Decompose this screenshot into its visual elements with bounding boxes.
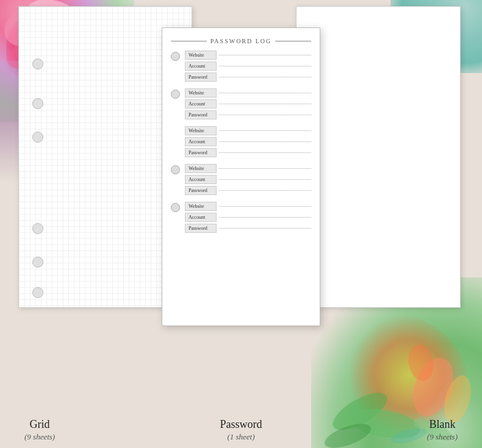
password-entry-3: Website Account Password <box>171 126 311 159</box>
password-entry-1: Website Account Password <box>171 51 311 84</box>
field-row-website-5: Website <box>185 202 311 211</box>
field-line-website-5 <box>219 206 311 207</box>
field-line-account-5 <box>219 217 311 218</box>
field-row-account-5: Account <box>185 213 311 222</box>
entry-hole-5 <box>171 203 180 212</box>
field-row-account-4: Account <box>185 175 311 184</box>
entry-hole-4 <box>171 165 180 174</box>
field-row-account-1: Account <box>185 62 311 71</box>
field-row-account-3: Account <box>185 137 311 146</box>
grid-hole-4 <box>32 223 43 234</box>
field-line-password-2 <box>219 115 311 115</box>
field-row-website-1: Website <box>185 51 311 60</box>
field-line-website-4 <box>219 168 311 169</box>
field-label-password-2: Password <box>185 110 217 119</box>
field-label-website-1: Website <box>185 51 217 60</box>
field-row-password-2: Password <box>185 110 311 119</box>
field-row-website-3: Website <box>185 126 311 135</box>
entry-fields-4: Website Account Password <box>185 164 311 197</box>
field-label-website-5: Website <box>185 202 217 211</box>
entry-hole-1 <box>171 52 180 61</box>
entry-hole-2 <box>171 90 180 99</box>
field-line-password-5 <box>219 228 311 229</box>
field-line-website-2 <box>219 93 311 93</box>
field-label-account-1: Account <box>185 62 217 71</box>
field-row-password-1: Password <box>185 73 311 82</box>
password-label-title: Password <box>220 418 262 431</box>
field-row-account-2: Account <box>185 99 311 108</box>
field-line-password-1 <box>219 77 311 77</box>
field-line-account-1 <box>219 66 311 66</box>
field-line-account-3 <box>219 141 311 142</box>
password-card-label: Password (1 sheet) <box>220 418 262 442</box>
field-line-website-3 <box>219 130 311 131</box>
field-label-account-4: Account <box>185 175 217 184</box>
grid-hole-6 <box>32 287 43 298</box>
password-entry-2: Website Account Password <box>171 88 311 121</box>
field-label-account-5: Account <box>185 213 217 222</box>
password-label-sub: (1 sheet) <box>220 432 262 442</box>
entry-fields-1: Website Account Password <box>185 51 311 84</box>
field-row-password-4: Password <box>185 186 311 195</box>
field-label-website-4: Website <box>185 164 217 173</box>
field-row-password-5: Password <box>185 224 311 233</box>
field-label-account-2: Account <box>185 99 217 108</box>
field-label-password-1: Password <box>185 73 217 82</box>
grid-hole-3 <box>32 132 43 143</box>
entry-fields-2: Website Account Password <box>185 88 311 121</box>
password-card: PASSWORD LOG Website Account Password We… <box>162 27 320 326</box>
field-row-password-3: Password <box>185 148 311 157</box>
grid-hole-1 <box>32 59 43 69</box>
blank-label-sub: (9 sheets) <box>427 432 458 442</box>
field-label-password-4: Password <box>185 186 217 195</box>
field-line-password-4 <box>219 190 311 191</box>
grid-label-sub: (9 sheets) <box>24 432 55 442</box>
field-label-website-3: Website <box>185 126 217 135</box>
grid-hole-2 <box>32 98 43 109</box>
field-line-website-1 <box>219 55 311 55</box>
blank-card-label: Blank (9 sheets) <box>427 418 458 442</box>
blank-card <box>296 6 461 308</box>
grid-hole-5 <box>32 257 43 268</box>
field-line-password-3 <box>219 152 311 153</box>
field-label-account-3: Account <box>185 137 217 146</box>
field-line-account-2 <box>219 104 311 104</box>
grid-card-label: Grid (9 sheets) <box>24 418 55 442</box>
field-row-website-4: Website <box>185 164 311 173</box>
field-label-password-3: Password <box>185 148 217 157</box>
password-entry-4: Website Account Password <box>171 164 311 197</box>
grid-label-title: Grid <box>24 418 55 431</box>
field-row-website-2: Website <box>185 88 311 98</box>
field-label-website-2: Website <box>185 88 217 98</box>
password-log-title: PASSWORD LOG <box>171 38 311 44</box>
password-entry-5: Website Account Password <box>171 202 311 235</box>
entry-fields-3: Website Account Password <box>185 126 311 159</box>
entry-fields-5: Website Account Password <box>185 202 311 235</box>
labels-row: Grid (9 sheets) Password (1 sheet) Blank… <box>0 418 482 442</box>
field-line-account-4 <box>219 179 311 180</box>
field-label-password-5: Password <box>185 224 217 233</box>
blank-label-title: Blank <box>427 418 458 431</box>
